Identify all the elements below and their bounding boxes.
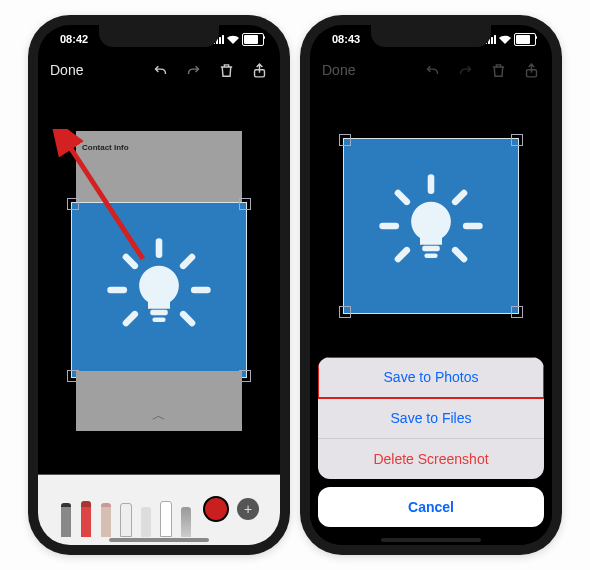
undo-icon — [424, 62, 441, 79]
save-to-photos-button[interactable]: Save to Photos — [318, 357, 544, 398]
svg-rect-21 — [424, 254, 437, 258]
editor-canvas[interactable]: Contact Info — [38, 87, 280, 474]
preview-contact-info-label: Contact Info — [82, 143, 129, 152]
svg-rect-20 — [422, 246, 440, 252]
home-indicator[interactable] — [109, 538, 209, 542]
lightbulb-icon — [104, 235, 214, 345]
ruler-tool[interactable] — [159, 499, 173, 537]
crop-handle — [511, 134, 523, 146]
color-picker[interactable] — [203, 496, 229, 522]
delete-screenshot-button[interactable]: Delete Screenshot — [318, 439, 544, 479]
cancel-button[interactable]: Cancel — [318, 487, 544, 527]
action-sheet-group: Save to Photos Save to Files Delete Scre… — [318, 357, 544, 479]
home-indicator[interactable] — [381, 538, 481, 542]
svg-rect-10 — [150, 309, 168, 315]
crop-handle — [339, 134, 351, 146]
svg-line-16 — [398, 193, 407, 202]
wifi-icon — [499, 35, 511, 44]
redo-icon — [457, 62, 474, 79]
status-indicators — [485, 33, 536, 46]
crop-handle — [339, 306, 351, 318]
svg-line-8 — [126, 314, 135, 323]
svg-line-19 — [455, 250, 464, 259]
svg-line-7 — [183, 257, 192, 266]
lasso-tool[interactable] — [139, 499, 153, 537]
svg-line-17 — [455, 193, 464, 202]
status-time: 08:42 — [54, 33, 88, 45]
done-button: Done — [322, 62, 355, 78]
action-sheet: Save to Photos Save to Files Delete Scre… — [310, 351, 552, 545]
markup-tool-dock: + — [38, 474, 280, 545]
share-icon[interactable] — [251, 62, 268, 79]
screen-right: 08:43 Done — [310, 25, 552, 545]
eraser-tool[interactable] — [119, 499, 133, 537]
battery-icon — [242, 33, 264, 46]
screen-left: 08:42 Done — [38, 25, 280, 545]
svg-line-6 — [126, 257, 135, 266]
undo-icon[interactable] — [152, 62, 169, 79]
notch — [99, 25, 219, 47]
trash-icon — [490, 62, 507, 79]
trash-icon[interactable] — [218, 62, 235, 79]
pen-tool[interactable] — [59, 499, 73, 537]
phone-left: 08:42 Done — [28, 15, 290, 555]
editor-toolbar: Done — [310, 53, 552, 87]
marker-tool[interactable] — [79, 499, 93, 537]
phone-right: 08:43 Done — [300, 15, 562, 555]
battery-icon — [514, 33, 536, 46]
chevron-up-icon: ︿ — [152, 407, 166, 425]
add-markup-button[interactable]: + — [237, 498, 259, 520]
editor-toolbar: Done — [38, 53, 280, 87]
crop-handle[interactable] — [67, 198, 79, 210]
lightbulb-icon — [376, 171, 486, 281]
status-indicators — [213, 33, 264, 46]
share-icon — [523, 62, 540, 79]
svg-rect-11 — [152, 317, 165, 321]
preview-app-icon — [344, 139, 518, 313]
pencil-tool[interactable] — [99, 499, 113, 537]
crop-handle — [511, 306, 523, 318]
crop-handle[interactable] — [239, 198, 251, 210]
crayon-tool[interactable] — [179, 499, 193, 537]
done-button[interactable]: Done — [50, 62, 83, 78]
svg-line-18 — [398, 250, 407, 259]
svg-line-9 — [183, 314, 192, 323]
redo-icon[interactable] — [185, 62, 202, 79]
wifi-icon — [227, 35, 239, 44]
screenshot-preview — [348, 101, 514, 347]
notch — [371, 25, 491, 47]
screenshot-preview[interactable]: Contact Info — [76, 131, 242, 431]
save-to-files-button[interactable]: Save to Files — [318, 398, 544, 439]
preview-app-icon — [72, 203, 246, 377]
status-time: 08:43 — [326, 33, 360, 45]
